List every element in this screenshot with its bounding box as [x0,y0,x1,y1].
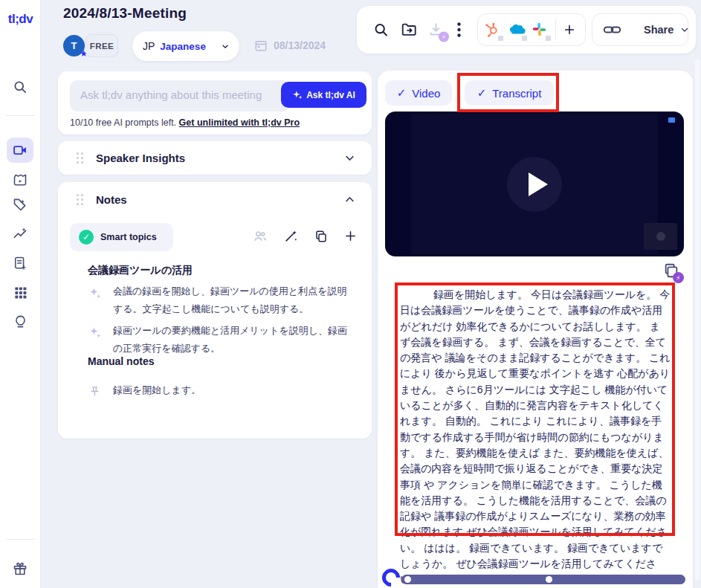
manual-notes-heading: Manual notes [88,355,154,367]
sidebar-divider [6,115,35,116]
integration-status-badge [545,35,552,42]
ai-note-item[interactable]: 録画ツールの要約機能と活用メリットを説明し、録画の正常実行を確認する。 [89,322,349,358]
divider [555,20,556,39]
tab-video-label: Video [412,87,440,100]
sidebar-item-apps[interactable] [7,280,33,305]
prompts-remaining: 10/10 free AI prompts left. Get unlimite… [70,117,300,128]
more-options-kebab-icon[interactable] [457,22,461,37]
timeline-marker[interactable] [404,576,411,583]
ask-ai-card: Ask tl;dv anything about this meeting As… [58,71,372,135]
pin-icon [89,381,103,399]
copy-notes-icon[interactable] [314,230,328,243]
notes-header[interactable]: Notes [58,182,372,206]
move-to-folder-icon[interactable] [401,22,417,38]
sidebar-item-meetings[interactable] [7,138,33,163]
check-icon: ✓ [477,86,487,100]
hubspot-icon[interactable] [484,22,500,38]
download-icon[interactable]: ⚡ [428,22,444,38]
ask-ai-button-label: Ask tl;dv AI [306,90,355,100]
integration-status-badge [521,35,528,42]
sparkle-icon [292,90,303,100]
manual-note-text: 録画を開始します。 [113,381,349,399]
ai-note-text: 会議の録画を開始し、録画ツールの使用と利点を説明する。文字起こし機能についても説… [113,282,349,318]
ai-note-item[interactable]: 会議の録画を開始し、録画ツールの使用と利点を説明する。文字起こし機能についても説… [89,282,349,318]
chevron-down-icon [222,42,229,51]
share-label: Share [644,24,673,36]
integrations-group [477,13,586,46]
sidebar-item-analytics[interactable] [7,222,33,247]
sidebar-item-templates[interactable] [7,251,33,276]
chevron-down-icon[interactable] [344,152,355,164]
chevron-down-icon [680,25,689,34]
add-note-icon[interactable] [344,230,357,242]
sidebar-item-tags[interactable] [7,192,33,217]
manual-note-item[interactable]: 録画を開始します。 [89,381,349,399]
timeline-seekbar[interactable] [401,575,685,584]
sidebar-rewards-gift-icon[interactable] [7,556,33,581]
check-icon: ✓ [397,86,407,100]
avatar-initial: T [71,40,77,51]
calendar-icon [254,39,268,52]
share-group: Share [592,13,688,46]
page-scrollbar[interactable] [695,59,700,580]
user-avatar[interactable]: T ★ [63,35,85,56]
video-player[interactable] [385,112,684,256]
meeting-toolbar: ⚡ Share [357,6,696,54]
meeting-date: 08/13/2024 [254,39,326,52]
ai-sparkle-icon [89,322,103,358]
language-name: Japanese [160,41,206,52]
upgrade-pro-link[interactable]: Get unlimited with tl;dv Pro [179,117,300,128]
sidebar-search-icon[interactable] [7,74,33,100]
salesforce-icon[interactable] [508,22,524,38]
search-icon[interactable] [373,22,389,38]
play-icon [529,172,548,196]
left-sidebar: tl;dv [0,0,41,588]
tldv-logo[interactable]: tl;dv [0,12,41,27]
notes-topic-heading: 会議録画ツールの活用 [88,264,193,277]
sidebar-divider-bottom [6,539,35,540]
tab-transcript-label: Transcript [492,87,541,100]
pip-avatar [656,232,665,241]
ai-note-text: 録画ツールの要約機能と活用メリットを説明し、録画の正常実行を確認する。 [113,322,349,358]
plan-badge: FREE [85,34,118,57]
drag-handle-icon[interactable] [77,194,83,205]
transcript-text[interactable]: 録画を開始します。 今日は会議録画ツールを。 今日は会議録画ツールを使うことで、… [400,287,671,532]
timeline-marker[interactable] [546,576,552,583]
tab-video[interactable]: ✓ Video [385,80,452,106]
integration-status-badge [497,35,504,42]
upgrade-zap-badge: ⚡ [439,32,449,42]
notes-title: Notes [96,193,344,206]
slack-icon[interactable] [532,22,548,38]
language-selector[interactable]: JP Japanese [132,31,239,61]
sidebar-item-insights[interactable] [7,308,33,334]
copy-link-icon[interactable] [592,22,632,37]
speaker-insights-title: Speaker Insights [96,152,344,164]
page-title: 2024/8/13-Meeting [63,5,187,22]
date-value: 08/13/2024 [274,39,326,51]
check-circle-icon: ✓ [79,230,94,245]
ai-zap-badge: ⚡ [673,272,684,283]
smart-topics-toggle[interactable]: ✓ Smart topics [70,223,173,251]
ask-ai-button[interactable]: Ask tl;dv AI [281,82,366,108]
assign-people-icon[interactable] [253,230,268,243]
ask-ai-input[interactable]: Ask tl;dv anything about this meeting [70,80,290,112]
ai-rewrite-wand-icon[interactable] [284,229,298,243]
cast-icon[interactable] [668,117,675,123]
language-code: JP [143,40,155,52]
smart-topics-label: Smart topics [100,232,157,242]
share-button[interactable]: Share [632,24,701,36]
sidebar-item-clips[interactable] [7,167,33,193]
copy-transcript-icon[interactable]: ⚡ [663,262,679,279]
ai-sparkle-icon [89,282,103,318]
tab-transcript[interactable]: ✓ Transcript [465,80,554,106]
drag-handle-icon[interactable] [77,152,83,164]
add-integration-button[interactable] [563,24,575,36]
play-button[interactable] [507,157,562,212]
speaker-pip-thumbnail [644,223,677,250]
media-panel: ✓ Video ✓ Transcript ⚡ 録画を開始します。 今日は会議録画… [378,71,693,588]
prompts-count: 10/10 free AI prompts left. [70,117,179,128]
chevron-up-icon[interactable] [344,194,355,205]
speaker-insights-card[interactable]: Speaker Insights [58,141,372,175]
notes-card: Notes ✓ Smart topics 会議録画ツールの活用 会議の録画を開始… [58,182,372,439]
notes-actions [253,229,357,243]
